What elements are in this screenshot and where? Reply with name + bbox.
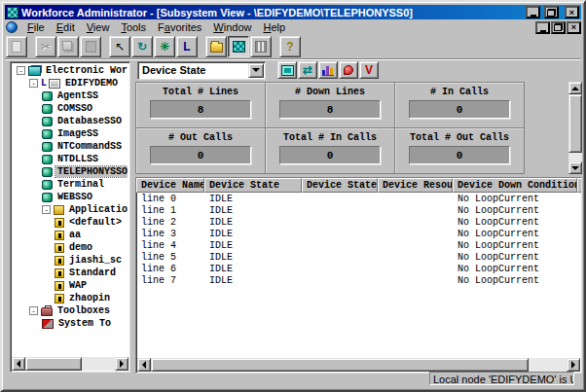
scroll-down-button[interactable] — [568, 161, 582, 174]
device-stats-panel: Total # Lines8# Down Lines8# In Calls0# … — [135, 82, 525, 174]
title-bar[interactable]: Workforce Administrator - [Subsystem Vie… — [5, 5, 581, 19]
workforce-grid-button[interactable] — [228, 36, 249, 57]
column-header-device-down-condition[interactable]: Device Down Condition — [453, 178, 577, 193]
column-header-device-name[interactable]: Device Name — [136, 178, 204, 193]
table-row[interactable]: line 5IDLENo LoopCurrent — [136, 251, 581, 263]
column-header-device-resou[interactable]: Device Resou... — [378, 178, 453, 193]
tree-item-imagess[interactable]: ImageSS — [13, 127, 128, 140]
menu-edit[interactable]: Edit — [51, 20, 81, 34]
subsystem-star-button[interactable]: ✳ — [154, 36, 175, 57]
child-window-icon[interactable] — [6, 21, 18, 33]
menu-file[interactable]: File — [21, 20, 51, 34]
combo-dropdown-button[interactable] — [248, 63, 264, 78]
tree-item-telephonysso[interactable]: TELEPHONYSSO — [13, 165, 128, 178]
scrollbar-track[interactable] — [82, 357, 115, 371]
pointer-select-icon: ↖ — [115, 41, 125, 53]
open-folder-icon — [210, 43, 223, 53]
tree-item-system-to[interactable]: System To — [13, 317, 128, 330]
table-row[interactable]: line 3IDLENo LoopCurrent — [136, 228, 581, 239]
tree-horizontal-scrollbar[interactable] — [12, 357, 128, 371]
device-table-header: Device NameDevice StateDevice State A...… — [136, 178, 581, 193]
table-cell: line 2 — [136, 217, 204, 228]
table-cell: line 5 — [136, 252, 204, 263]
restore-button[interactable] — [544, 6, 559, 18]
tree-item-aa[interactable]: aa — [13, 229, 128, 241]
help-button[interactable]: ? — [279, 36, 301, 57]
tree-item-ntdllss[interactable]: NTDLLSS — [13, 153, 128, 165]
tree-item-wap[interactable]: WAP — [13, 279, 128, 292]
scrollbar-thumb[interactable] — [25, 357, 82, 371]
scroll-left-button[interactable] — [12, 357, 25, 371]
close-button[interactable]: × — [565, 6, 579, 18]
tree-item-label: <default> — [67, 217, 124, 228]
column-header-device-state[interactable]: Device State — [204, 178, 302, 193]
tree-item-electronic-workfor[interactable]: -Electronic Workfor — [13, 64, 128, 77]
scroll-up-button[interactable] — [568, 82, 582, 94]
table-cell: line 4 — [136, 240, 204, 251]
expander-icon[interactable]: - — [17, 66, 25, 75]
tree-item-jiashi-sc[interactable]: jiashi_sc — [13, 254, 128, 267]
pointer-select-button[interactable]: ↖ — [109, 36, 130, 57]
stats-vertical-scrollbar[interactable] — [568, 82, 582, 174]
logic-l-button[interactable]: L — [176, 36, 198, 57]
tree-item-websso[interactable]: WEBSSO — [13, 191, 128, 203]
minimize-button[interactable] — [526, 6, 540, 18]
open-folder-button[interactable] — [205, 36, 227, 57]
chart-view-icon — [322, 65, 334, 76]
tree-item-zhaopin[interactable]: zhaopin — [13, 292, 128, 304]
tree-item-terminal[interactable]: Terminal — [13, 178, 128, 191]
table-row[interactable]: line 1IDLENo LoopCurrent — [136, 204, 581, 216]
columns-view-button[interactable] — [250, 36, 272, 57]
validate-v-button[interactable]: V — [359, 61, 379, 79]
tree-item-application[interactable]: -Application — [13, 203, 128, 216]
tree-item-databasesso[interactable]: DatabaseSSO — [13, 115, 128, 127]
stat-in-calls: # In Calls0 — [395, 83, 524, 127]
monitor-view-button[interactable] — [277, 61, 297, 79]
app-window: Workforce Administrator - [Subsystem Vie… — [0, 0, 586, 392]
tree-item-label: Toolboxes — [55, 305, 112, 316]
scrollbar-track[interactable] — [568, 153, 582, 161]
subsystem-view-panel: Device State ⇄V Total # Lines8# Down Lin… — [134, 59, 582, 374]
new-document-icon — [12, 41, 21, 53]
tree-item-standard[interactable]: Standard — [13, 267, 128, 279]
chart-view-button[interactable] — [318, 61, 338, 79]
status-bar: Local node 'EDIFYDEMO' is UP — [5, 370, 581, 387]
child-close-button[interactable]: × — [567, 21, 581, 34]
tree-item-edifydemo[interactable]: -LEDIFYDEMO — [13, 77, 128, 89]
tree-item-toolboxes[interactable]: -Toolboxes — [13, 304, 128, 317]
tree-item-label: Application — [67, 204, 128, 215]
view-mode-select[interactable]: Device State — [137, 61, 266, 80]
menu-window[interactable]: Window — [207, 20, 257, 34]
table-cell: IDLE — [204, 229, 302, 239]
window-title: Workforce Administrator - [Subsystem Vie… — [21, 7, 523, 18]
menu-tools[interactable]: Tools — [115, 20, 152, 34]
refresh-view-button[interactable]: ⇄ — [298, 61, 317, 79]
tree-item-comsso[interactable]: COMSSO — [13, 102, 128, 115]
table-row[interactable]: line 4IDLENo LoopCurrent — [136, 239, 581, 251]
expander-icon[interactable]: - — [42, 205, 51, 214]
refresh-button[interactable]: ↻ — [131, 36, 153, 57]
table-row[interactable]: line 6IDLENo LoopCurrent — [136, 263, 581, 274]
tree-item-default[interactable]: <default> — [13, 216, 128, 229]
child-minimize-button[interactable] — [535, 21, 550, 34]
table-row[interactable]: line 7IDLENo LoopCurrent — [136, 274, 581, 286]
app-icon — [55, 281, 64, 291]
expander-icon[interactable]: - — [29, 306, 38, 315]
menu-view[interactable]: View — [81, 20, 116, 34]
table-row[interactable]: line 2IDLENo LoopCurrent — [136, 216, 581, 228]
copy-button — [57, 36, 79, 57]
scroll-right-button[interactable] — [115, 357, 128, 371]
table-cell: line 0 — [136, 194, 204, 204]
tree-item-ntcommandss[interactable]: NTCommandSS — [13, 140, 128, 153]
alarm-view-button[interactable] — [339, 61, 358, 79]
tree-item-demo[interactable]: demo — [13, 241, 128, 254]
menu-favorites[interactable]: Favorites — [152, 20, 207, 34]
menu-help[interactable]: Help — [257, 20, 291, 34]
table-row[interactable]: line 0IDLENo LoopCurrent — [136, 193, 581, 204]
expander-icon[interactable]: - — [29, 79, 38, 88]
scrollbar-thumb[interactable] — [568, 94, 582, 153]
column-header-device-state-a[interactable]: Device State A... — [302, 178, 378, 193]
child-restore-button[interactable] — [551, 21, 566, 34]
subsystem-icon — [42, 142, 53, 152]
tree-item-agentss[interactable]: AgentSS — [13, 89, 128, 102]
